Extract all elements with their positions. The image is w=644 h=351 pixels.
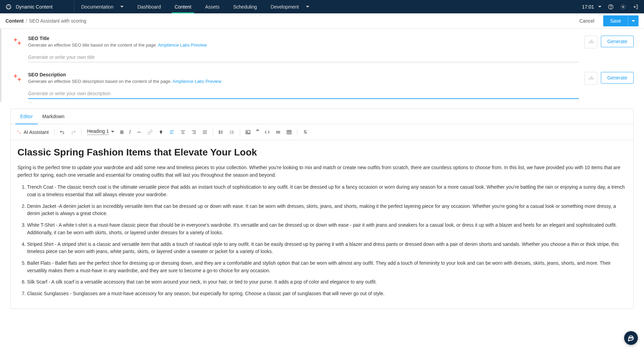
bar-chart-icon — [588, 75, 594, 80]
bullet-list-button[interactable] — [216, 127, 226, 137]
svg-point-19 — [219, 133, 220, 134]
editor-tabs: Editor Markdown — [11, 109, 633, 124]
nav-development[interactable]: Development — [264, 0, 316, 13]
editor-toolbar: AI Assistant Heading 1 B I — [11, 124, 633, 140]
code-button[interactable] — [262, 127, 272, 137]
quote-button[interactable]: " — [254, 126, 262, 138]
nav-scheduling[interactable]: Scheduling — [226, 0, 264, 13]
align-justify-button[interactable] — [200, 127, 210, 137]
svg-point-30 — [247, 131, 248, 132]
toolbar-separator — [81, 129, 82, 136]
breadcrumb-separator: / — [26, 18, 27, 24]
list-item: Ballet Flats - Ballet flats are the perf… — [27, 260, 627, 274]
app-title: Dynamic Content — [16, 4, 52, 10]
editor-content-area[interactable]: Classic Spring Fashion Items that Elevat… — [11, 140, 633, 309]
clear-format-icon — [302, 129, 308, 135]
action-buttons: Cancel Save — [574, 15, 639, 26]
seo-title-preview-link[interactable]: Amplience Labs Preview — [158, 42, 207, 48]
seo-title-label: SEO Title — [28, 36, 579, 41]
tab-markdown[interactable]: Markdown — [38, 109, 70, 124]
nav-content[interactable]: Content — [168, 0, 198, 13]
editor-section: Editor Markdown AI Assistant Heading 1 B… — [0, 102, 644, 316]
seo-title-hint: Generate an effective SEO title based on… — [28, 42, 579, 48]
cancel-button[interactable]: Cancel — [574, 15, 599, 26]
nav-assets[interactable]: Assets — [198, 0, 226, 13]
link-icon — [147, 129, 153, 135]
divider-button[interactable] — [273, 127, 283, 137]
image-icon — [245, 129, 251, 135]
align-center-button[interactable] — [178, 127, 188, 137]
svg-rect-34 — [287, 130, 291, 134]
bar-chart-icon — [588, 39, 594, 44]
hr-button[interactable] — [134, 127, 144, 137]
bold-icon: B — [120, 129, 124, 135]
svg-point-2 — [611, 8, 611, 9]
bold-button[interactable]: B — [118, 127, 126, 137]
align-center-icon — [180, 129, 186, 135]
align-right-button[interactable] — [189, 127, 199, 137]
svg-point-18 — [219, 132, 220, 133]
page-body: SEO Title Generate an effective SEO titl… — [0, 29, 644, 351]
seo-title-input[interactable] — [28, 52, 579, 62]
nav-dashboard[interactable]: Dashboard — [131, 0, 168, 13]
italic-icon: I — [129, 129, 131, 135]
redo-icon — [71, 129, 76, 135]
svg-point-3 — [622, 6, 624, 8]
link-button[interactable] — [145, 127, 155, 137]
align-right-icon — [191, 129, 197, 135]
toolbar-separator — [213, 129, 213, 136]
chat-bubble-button[interactable] — [624, 331, 638, 345]
italic-button[interactable]: I — [127, 127, 133, 137]
save-button[interactable]: Save — [603, 15, 628, 26]
svg-point-38 — [630, 338, 630, 338]
chevron-down-icon — [598, 6, 602, 8]
list-item: Classic Sunglasses - Sunglasses are a mu… — [27, 290, 627, 298]
nav-documentation[interactable]: Documentation — [74, 0, 131, 13]
tab-editor[interactable]: Editor — [15, 109, 38, 124]
clear-format-button[interactable] — [300, 127, 310, 137]
chevron-down-icon — [306, 6, 309, 8]
align-left-button[interactable] — [167, 127, 177, 137]
help-icon[interactable] — [608, 4, 614, 10]
redo-button[interactable] — [68, 127, 78, 137]
anchor-button[interactable] — [156, 127, 166, 137]
undo-button[interactable] — [57, 127, 67, 137]
time-display[interactable]: 17:01 — [582, 4, 602, 10]
diamond-icon — [158, 129, 164, 135]
heading-select[interactable]: Heading 1 — [84, 127, 117, 137]
code-icon — [264, 129, 270, 135]
toolbar-separator — [240, 129, 240, 136]
seo-description-stats-button[interactable] — [584, 72, 597, 85]
ai-assistant-button[interactable]: AI Assistant — [13, 128, 51, 136]
table-button[interactable] — [284, 127, 294, 137]
logout-icon[interactable] — [632, 4, 639, 10]
number-list-button[interactable]: 123 — [227, 127, 237, 137]
seo-description-generate-button[interactable]: Generate — [601, 72, 634, 84]
list-item: White T-Shirt - A white t-shirt is a mus… — [27, 222, 627, 236]
content-heading: Classic Spring Fashion Items that Elevat… — [17, 147, 627, 158]
number-list-icon: 123 — [229, 129, 235, 135]
main-nav: Documentation Dashboard Content Assets S… — [74, 0, 582, 13]
sparkle-icon — [16, 129, 22, 135]
bullet-list-icon — [218, 129, 224, 135]
save-dropdown-button[interactable] — [628, 15, 639, 26]
seo-title-stats-button[interactable] — [584, 36, 597, 48]
seo-description-hint: Generate an effective SEO description ba… — [28, 79, 579, 84]
seo-title-generate-button[interactable]: Generate — [601, 36, 634, 47]
align-justify-icon — [202, 129, 208, 135]
logo-area: Dynamic Content — [0, 0, 74, 13]
sparkle-icon — [12, 36, 23, 47]
image-button[interactable] — [243, 127, 253, 137]
list-item: Trench Coat - The classic trench coat is… — [27, 184, 627, 198]
align-left-icon — [169, 129, 175, 135]
seo-description-input[interactable] — [28, 89, 579, 99]
list-item: Striped Shirt - A striped shirt is a cla… — [27, 241, 627, 255]
seo-description-preview-link[interactable]: Amplience Labs Preview — [173, 79, 221, 84]
breadcrumb-root[interactable]: Content — [5, 18, 24, 24]
settings-icon[interactable] — [620, 4, 626, 10]
breadcrumb-bar: Content / SEO Assistant with scoring Can… — [0, 13, 644, 29]
table-icon — [286, 129, 292, 135]
chevron-down-icon — [120, 6, 124, 8]
seo-title-section: SEO Title Generate an effective SEO titl… — [0, 29, 644, 65]
chat-icon — [628, 335, 634, 341]
